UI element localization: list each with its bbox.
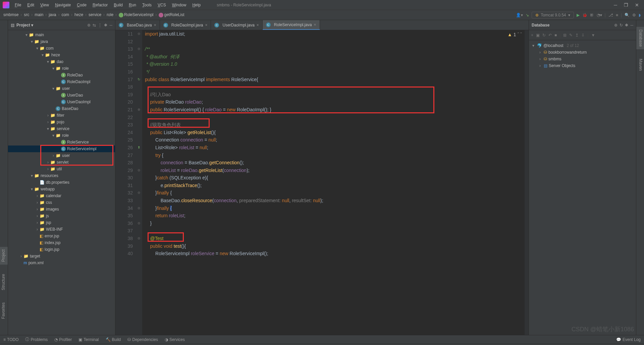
todo-tool[interactable]: ≡TODO <box>3 337 18 342</box>
db-tree[interactable]: ▾ 🐬 @localhost 2 of 12 ›⛁bookborrowandre… <box>529 40 636 71</box>
tree-item-roleservice[interactable]: IRoleService <box>8 139 115 146</box>
db-edit-icon[interactable]: ✎ <box>569 33 573 38</box>
tree-item-user[interactable]: ▾📁user <box>8 85 115 92</box>
debug-button[interactable]: 🐞 <box>582 13 587 17</box>
db-table-icon[interactable]: ⊞ <box>563 33 567 38</box>
tab-roleserviceimpl[interactable]: CRoleServiceImpl.java× <box>263 20 320 30</box>
run-config-selector[interactable]: ⊕ Tomcat 9.0.54 ▾ <box>532 12 574 18</box>
hide-icon[interactable]: ─ <box>109 23 112 27</box>
tree-item-webapp[interactable]: ▾📁webapp <box>8 186 115 192</box>
crumb-heze[interactable]: heze <box>74 12 83 17</box>
crumb-role[interactable]: role <box>107 12 113 17</box>
select-opened-icon[interactable]: ⊕ <box>87 23 91 27</box>
error-stripe[interactable] <box>525 30 529 335</box>
event-log[interactable]: 💬Event Log <box>616 337 641 342</box>
editor-body[interactable]: 11 12 13 14 15 16 17 18 19 20 21 22 23 2… <box>115 30 529 335</box>
tree-item-com[interactable]: ▾📁com <box>8 45 115 52</box>
tree-item-js[interactable]: ›📁js <box>8 213 115 219</box>
crumb-smbmse[interactable]: smbmse <box>3 12 18 17</box>
tree-item-pom-xml[interactable]: mpom.xml <box>8 260 115 266</box>
project-tool-tab[interactable]: Project <box>0 247 8 265</box>
tree-item-role[interactable]: ▾📁role <box>8 132 115 139</box>
tab-basedao[interactable]: CBaseDao.java× <box>115 20 160 30</box>
maven-tool-tab[interactable]: Maven <box>636 56 644 73</box>
db-refresh2-icon[interactable]: ↻ <box>542 33 546 38</box>
search-button[interactable]: 🔍 <box>625 13 630 17</box>
line-gutter[interactable]: 11 12 13 14 15 16 17 18 19 20 21 22 23 2… <box>115 30 136 335</box>
tree-item-calendar[interactable]: ›📁calendar <box>8 192 115 199</box>
menu-vcs[interactable]: VCS <box>155 1 169 9</box>
tree-item-user[interactable]: ›📁user <box>8 152 115 159</box>
db-stop-icon[interactable]: ■ <box>554 33 557 38</box>
tree-item-images[interactable]: ›📁images <box>8 206 115 213</box>
crumb-src[interactable]: src <box>24 12 29 17</box>
project-title[interactable]: Project ▾ <box>16 23 85 27</box>
tree-item-util[interactable]: ›📁util <box>8 166 115 172</box>
tree-item-pojo[interactable]: ›📁pojo <box>8 119 115 125</box>
db-dl-icon[interactable]: ⇩ <box>581 33 585 38</box>
tree-item-css[interactable]: ›📁css <box>8 199 115 206</box>
close-button[interactable]: ✕ <box>635 2 639 8</box>
db-refresh-icon[interactable]: ↻ <box>620 23 623 27</box>
tree-item-basedao[interactable]: CBaseDao <box>8 105 115 112</box>
tree-item-roledaoimpl[interactable]: CRoleDaoImpl <box>8 78 115 85</box>
menu-edit[interactable]: Edit <box>24 1 37 9</box>
tree-item-dao[interactable]: ▾📁dao <box>8 58 115 65</box>
problems-tool[interactable]: ⓘProblems <box>25 337 48 342</box>
maximize-button[interactable]: ❐ <box>624 2 628 8</box>
profiler-tool[interactable]: ◔Profiler <box>54 337 72 342</box>
tree-item-web-inf[interactable]: ›📁WEB-INF <box>8 226 115 233</box>
db-filter-icon[interactable]: ▼ <box>591 33 595 38</box>
tree-item-java[interactable]: ▾📁java <box>8 38 115 45</box>
services-tool[interactable]: ◑Services <box>165 337 185 342</box>
tab-roledaoimpl[interactable]: CRoleDaoImpl.java× <box>160 20 211 30</box>
tree-item-main[interactable]: ▾📁main <box>8 32 115 38</box>
tree-item-userdaoimpl[interactable]: CUserDaoImpl <box>8 99 115 105</box>
tree-item-userdao[interactable]: IUserDao <box>8 92 115 99</box>
tree-item-filter[interactable]: ›📁filter <box>8 112 115 119</box>
crumb-getrolelist[interactable]: getRoleList <box>159 12 184 17</box>
dependencies-tool[interactable]: ⛁Dependencies <box>127 337 158 342</box>
profile-button[interactable]: ◔▾ <box>597 13 602 17</box>
menu-help[interactable]: Help <box>190 1 203 9</box>
build-tool[interactable]: 🔨Build <box>106 337 121 342</box>
up-icon[interactable]: ˆ <box>518 32 519 37</box>
db-server-objects[interactable]: ›▤Server Objects <box>531 62 634 69</box>
db-dup-icon[interactable]: ▣ <box>536 33 540 38</box>
tree-item-service[interactable]: ▾📁service <box>8 125 115 132</box>
user-icon[interactable]: 👤▾ <box>516 13 523 17</box>
database-tool-tab[interactable]: Database <box>636 27 644 49</box>
tree-item-login-jsp[interactable]: ◧login.jsp <box>8 246 115 253</box>
breadcrumbs[interactable]: smbmse›src›main›java›com›heze›service›ro… <box>3 12 184 17</box>
tab-userdaoimpl[interactable]: CUserDaoImpl.java× <box>211 20 262 30</box>
db-schema-1[interactable]: ›⛁bookborrowandreturn <box>531 49 634 56</box>
structure-tool-tab[interactable]: Structure <box>0 271 8 293</box>
crumb-main[interactable]: main <box>35 12 43 17</box>
coverage-button[interactable]: ⛨ <box>590 13 594 17</box>
tree-item-role[interactable]: ▾📁role <box>8 65 115 72</box>
close-tab-icon[interactable]: × <box>205 23 207 27</box>
db-add-icon[interactable]: + <box>531 33 533 38</box>
run-button[interactable]: ▶ <box>577 13 580 17</box>
tree-item-roledao[interactable]: IRoleDao <box>8 72 115 78</box>
db-revert-icon[interactable]: ↶ <box>548 33 552 38</box>
code-area[interactable]: import java.util.List; /** * @author 何泽 … <box>142 30 529 335</box>
gear-icon[interactable]: ✱ <box>104 23 107 27</box>
close-tab-icon[interactable]: × <box>314 22 316 27</box>
build-icon[interactable]: ↘ <box>526 13 529 17</box>
close-tab-icon[interactable]: × <box>154 23 156 27</box>
menu-view[interactable]: View <box>38 1 52 9</box>
menu-refactor[interactable]: Refactor <box>90 1 110 9</box>
stop-button[interactable]: ■ <box>616 13 618 17</box>
down-icon[interactable]: ˇ <box>520 32 522 37</box>
tree-item-db-properties[interactable]: 📄db.properties <box>8 179 115 186</box>
git-icon[interactable]: ⎇ <box>608 13 613 17</box>
project-tree[interactable]: ▾📁main▾📁java▾📁com▾📁heze▾📁dao▾📁roleIRoleD… <box>8 30 115 335</box>
db-gear-icon[interactable]: ✱ <box>625 23 628 27</box>
menu-code[interactable]: Code <box>74 1 89 9</box>
tree-item-target[interactable]: ›📁target <box>8 253 115 260</box>
menu-tools[interactable]: Tools <box>140 1 154 9</box>
menu-file[interactable]: File <box>12 1 24 9</box>
close-tab-icon[interactable]: × <box>257 23 259 27</box>
crumb-java[interactable]: java <box>49 12 56 17</box>
